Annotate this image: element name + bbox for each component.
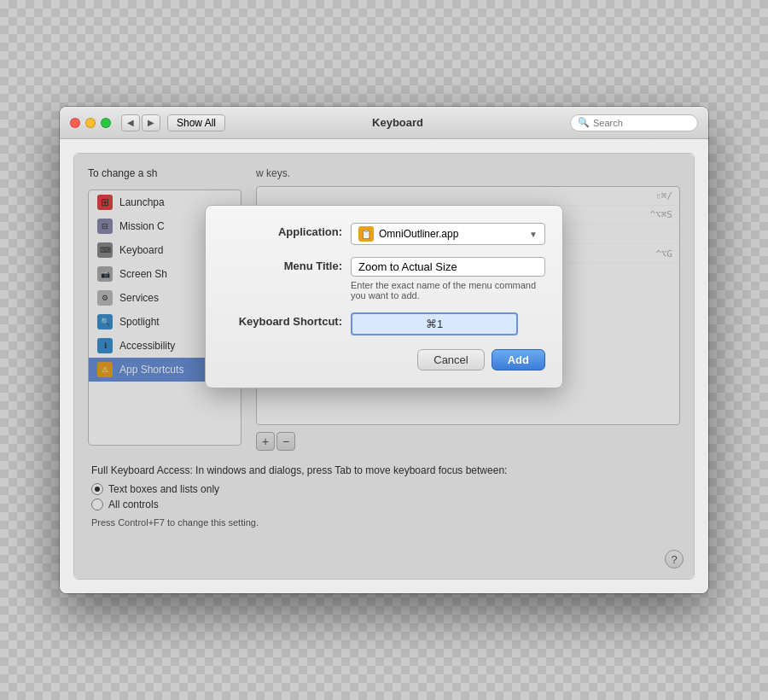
keyboard-shortcut-row: Keyboard Shortcut: [223, 312, 545, 335]
keyboard-shortcut-label: Keyboard Shortcut: [223, 312, 342, 328]
menu-title-label: Menu Title: [223, 257, 342, 272]
application-field: 📋 OmniOutliner.app ▼ [351, 223, 545, 245]
close-button[interactable] [70, 118, 80, 128]
forward-button[interactable]: ▶ [142, 114, 160, 131]
content-area: Application: 📋 OmniOutliner.app ▼ Menu T… [60, 139, 708, 593]
app-name: OmniOutliner.app [379, 228, 458, 240]
back-button[interactable]: ◀ [121, 114, 140, 131]
search-icon: 🔍 [578, 117, 590, 128]
dialog-buttons: Cancel Add [223, 349, 545, 370]
search-bar[interactable]: 🔍 [570, 114, 698, 131]
window-title: Keyboard [232, 116, 563, 129]
application-label: Application: [223, 223, 342, 238]
pref-panel: Application: 📋 OmniOutliner.app ▼ Menu T… [73, 153, 695, 580]
shortcut-input[interactable] [351, 312, 518, 335]
dialog-overlay: Application: 📋 OmniOutliner.app ▼ Menu T… [74, 154, 694, 579]
cancel-button[interactable]: Cancel [417, 349, 484, 370]
search-input[interactable] [593, 118, 690, 128]
dropdown-arrow-icon: ▼ [529, 230, 538, 239]
keyboard-shortcut-field [351, 312, 545, 335]
menu-title-row: Menu Title: Enter the exact name of the … [223, 257, 545, 300]
traffic-lights [70, 118, 111, 128]
hint-text: Enter the exact name of the menu command… [351, 280, 545, 300]
main-window: ◀ ▶ Show All Keyboard 🔍 Application: [60, 107, 708, 593]
dialog: Application: 📋 OmniOutliner.app ▼ Menu T… [205, 205, 563, 388]
menu-title-input[interactable] [351, 257, 545, 277]
add-button[interactable]: Add [492, 349, 545, 370]
app-select-dropdown[interactable]: 📋 OmniOutliner.app ▼ [351, 223, 545, 245]
maximize-button[interactable] [101, 118, 111, 128]
application-row: Application: 📋 OmniOutliner.app ▼ [223, 223, 545, 245]
menu-title-field: Enter the exact name of the menu command… [351, 257, 545, 300]
show-all-button[interactable]: Show All [167, 114, 225, 131]
minimize-button[interactable] [85, 118, 96, 128]
shortcut-input-wrapper [351, 312, 545, 335]
app-icon: 📋 [358, 226, 374, 242]
title-bar: ◀ ▶ Show All Keyboard 🔍 [60, 107, 708, 139]
nav-buttons: ◀ ▶ [121, 114, 160, 131]
